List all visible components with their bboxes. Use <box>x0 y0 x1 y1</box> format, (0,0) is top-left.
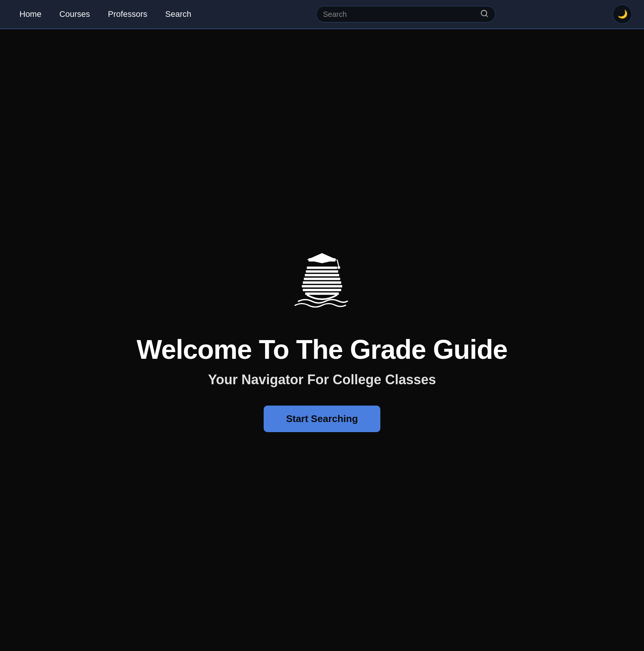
nav-search-wrapper <box>199 6 613 22</box>
svg-line-4 <box>337 260 339 266</box>
svg-point-5 <box>337 266 340 269</box>
nav-home[interactable]: Home <box>12 6 49 22</box>
hero-section: Welcome To The Grade Guide Your Navigato… <box>0 29 644 651</box>
svg-rect-9 <box>304 278 340 280</box>
hero-subtitle: Your Navigator For College Classes <box>208 372 436 388</box>
logo-container <box>288 248 356 317</box>
dark-mode-button[interactable]: 🌙 <box>613 4 632 24</box>
svg-rect-7 <box>306 270 338 272</box>
svg-rect-12 <box>303 289 341 291</box>
moon-icon: 🌙 <box>617 9 628 19</box>
nav-links: Home Courses Professors Search <box>12 6 199 22</box>
search-input[interactable] <box>323 10 476 19</box>
svg-rect-6 <box>307 266 337 269</box>
nav-search-box <box>316 6 496 22</box>
nav-courses[interactable]: Courses <box>52 6 98 22</box>
search-icon <box>480 9 488 19</box>
svg-line-1 <box>486 15 487 16</box>
navbar: Home Courses Professors Search 🌙 <box>0 0 644 29</box>
svg-marker-3 <box>307 253 337 263</box>
start-searching-button[interactable]: Start Searching <box>264 406 380 432</box>
svg-rect-13 <box>305 293 339 295</box>
svg-rect-8 <box>305 274 339 276</box>
brand-logo <box>288 248 356 315</box>
svg-rect-10 <box>303 281 341 284</box>
hero-title: Welcome To The Grade Guide <box>137 335 507 364</box>
svg-rect-11 <box>302 285 342 287</box>
nav-professors[interactable]: Professors <box>101 6 155 22</box>
nav-search[interactable]: Search <box>158 6 199 22</box>
